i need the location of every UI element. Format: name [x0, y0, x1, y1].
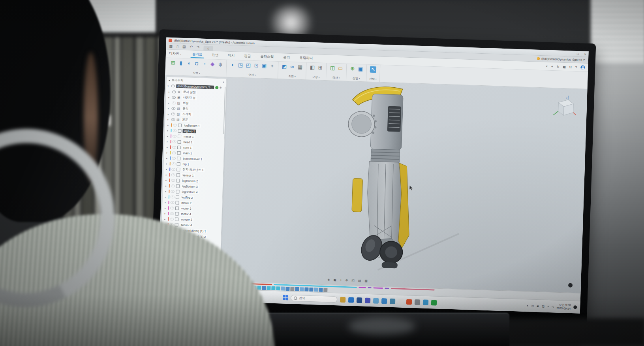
visibility-eye-icon[interactable] [172, 90, 176, 93]
expand-arrow-icon[interactable]: ▸ [166, 173, 168, 176]
viewport-nav-icon[interactable]: ▤ [358, 279, 361, 282]
expand-arrow-icon[interactable]: ▸ [167, 134, 169, 137]
timeline-feature-icon[interactable] [295, 287, 299, 291]
toolbar-group-label[interactable]: 작성 ▾ [193, 71, 200, 75]
expand-arrow-icon[interactable]: ▸ [165, 195, 167, 198]
toolbar-tool-icon[interactable]: ⊕ [349, 66, 356, 72]
qat-icon[interactable]: ▤ [182, 45, 186, 49]
toolbar-tool-icon[interactable]: ◳ [237, 62, 244, 69]
expand-arrow-icon[interactable]: ▸ [166, 162, 169, 165]
visibility-eye-icon[interactable] [172, 151, 176, 154]
timeline-feature-icon[interactable] [285, 286, 289, 290]
close-button[interactable]: × [584, 52, 586, 56]
ribbon-tab[interactable]: 관리 [279, 53, 294, 62]
timeline-feature-icon[interactable] [319, 288, 323, 291]
expand-arrow-icon[interactable]: ▸ [167, 129, 169, 132]
toolbar-tool-icon[interactable]: ◆ [209, 61, 216, 68]
taskbar-clock[interactable]: 오전 9:58 2025-09-24 [556, 303, 571, 310]
toolbar-tool-icon[interactable]: + [269, 63, 276, 70]
user-avatar[interactable] [580, 65, 585, 70]
taskbar-app-icon[interactable] [365, 297, 370, 303]
tray-icon[interactable]: ▭ [531, 304, 534, 307]
taskbar-app-icon[interactable] [415, 299, 420, 305]
toolbar-tool-icon[interactable]: ▣ [357, 66, 364, 73]
ribbon-tab[interactable]: 판금 [240, 52, 255, 60]
timeline-feature-icon[interactable] [281, 286, 285, 290]
tray-icon[interactable]: ∧ [526, 304, 528, 307]
taskbar-app-icon[interactable] [431, 300, 437, 305]
visibility-eye-icon[interactable] [172, 157, 176, 160]
visibility-eye-icon[interactable] [171, 168, 175, 171]
timeline-feature-icon[interactable] [323, 288, 327, 292]
toolbar-group-label[interactable]: 수정 ▾ [248, 73, 256, 77]
taskbar-app-icon[interactable] [423, 299, 428, 305]
visibility-eye-icon[interactable] [171, 173, 175, 176]
job-status-button[interactable] [568, 283, 573, 288]
qat-icon[interactable]: ▦ [169, 45, 173, 48]
visibility-eye-icon[interactable] [172, 162, 176, 165]
ribbon-tab[interactable]: 유틸리티 [295, 54, 317, 62]
toolbar-tool-icon[interactable]: ⊞ [170, 60, 176, 66]
header-icon[interactable]: ▦ [563, 65, 566, 68]
toolbar-tool-icon[interactable]: ◫ [329, 65, 336, 71]
taskbar-app-icon[interactable] [340, 297, 345, 302]
toolbar-group-label[interactable]: 삽입 ▾ [353, 76, 360, 81]
taskbar-app-icon[interactable] [348, 297, 354, 303]
toolbar-tool-icon[interactable]: ▫ [201, 61, 208, 68]
taskbar-app-icon[interactable] [373, 298, 379, 303]
toolbar-tool-icon[interactable]: ⊡ [253, 62, 260, 69]
header-icon[interactable]: + [551, 64, 553, 68]
visibility-eye-icon[interactable] [171, 179, 175, 182]
document-tab[interactable]: (Edit)BostonDynamics_Spot v17* [537, 57, 585, 62]
toolbar-group-label[interactable]: 구성 ▾ [312, 75, 320, 79]
expand-arrow-icon[interactable]: ▸ [165, 184, 168, 187]
header-icon[interactable]: Ω [569, 65, 572, 69]
qat-icon[interactable]: ↶ [190, 45, 193, 49]
toolbar-tool-icon[interactable]: ▦ [297, 64, 304, 71]
toolbar-tool-icon[interactable]: ◖ [186, 60, 192, 67]
visibility-eye-icon[interactable] [173, 135, 176, 137]
ribbon-tab[interactable]: 표면 [208, 51, 223, 59]
workspace-selector[interactable]: 디자인 ▾ [169, 51, 181, 56]
taskbar-app-icon[interactable] [406, 299, 412, 305]
header-icon[interactable]: ? [575, 65, 577, 69]
robot-leg-model[interactable] [333, 83, 464, 275]
expand-arrow-icon[interactable]: ▸ [165, 201, 167, 203]
timeline-feature-icon[interactable] [300, 287, 304, 291]
toolbar-tool-icon[interactable]: ◧ [309, 64, 316, 71]
toolbar-tool-icon[interactable]: ◗ [229, 62, 236, 68]
panel-pin-icon[interactable]: ● [223, 81, 224, 83]
expand-arrow-icon[interactable]: ▸ [165, 179, 168, 181]
expand-arrow-icon[interactable]: ▸ [164, 217, 167, 220]
viewport-nav-icon[interactable]: ◱ [351, 278, 355, 282]
timeline-feature-icon[interactable] [271, 286, 275, 290]
toolbar-group-label[interactable]: 검사 ▾ [332, 76, 340, 80]
qat-icon[interactable]: ▯ [176, 45, 178, 48]
taskbar-app-icon[interactable] [390, 298, 395, 304]
expand-arrow-icon[interactable]: ▸ [165, 190, 167, 192]
view-cube[interactable]: Z [552, 94, 577, 120]
visibility-eye-icon[interactable] [172, 96, 176, 99]
toolbar-tool-icon[interactable]: ◩ [281, 63, 288, 70]
visibility-eye-icon[interactable] [170, 218, 174, 220]
toolbar-tool-icon[interactable]: ▭ [337, 65, 344, 72]
expand-arrow-icon[interactable]: ▸ [167, 123, 170, 126]
toolbar-tool-icon[interactable]: ⊞ [317, 64, 324, 71]
expand-arrow-icon[interactable]: ▸ [168, 107, 170, 109]
tray-icon[interactable]: 한 [542, 304, 544, 308]
minimize-button[interactable]: – [569, 52, 571, 55]
expand-arrow-icon[interactable]: ▸ [167, 151, 169, 154]
visibility-eye-icon[interactable] [170, 207, 174, 209]
qat-icon[interactable]: ↷ [197, 45, 200, 49]
timeline-feature-icon[interactable] [314, 288, 318, 291]
timeline-feature-icon[interactable] [276, 286, 280, 290]
collapse-arrow-icon[interactable]: ◂ [169, 78, 170, 82]
visibility-eye-icon[interactable] [171, 196, 175, 198]
ribbon-tab[interactable]: 메시 [224, 51, 239, 60]
toolbar-tool-icon[interactable]: ◘ [193, 60, 200, 67]
expand-arrow-icon[interactable]: ▸ [168, 96, 171, 98]
toolbar-tool-icon[interactable]: ψ [217, 61, 224, 68]
tray-icon[interactable]: ◉ [537, 305, 539, 308]
maximize-button[interactable]: □ [577, 52, 579, 56]
viewport-nav-icon[interactable]: ▣ [333, 278, 336, 282]
